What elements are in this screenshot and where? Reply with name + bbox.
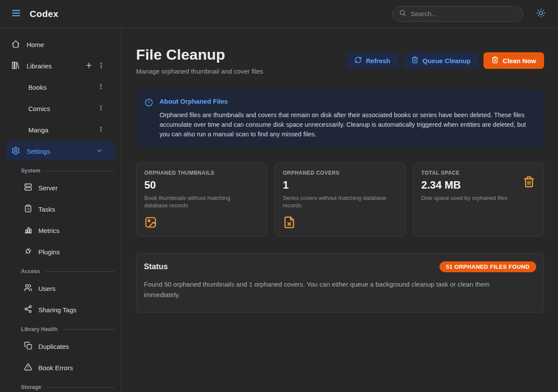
sidebar-item-server[interactable]: Server — [6, 178, 115, 197]
stat-value: 50 — [144, 179, 259, 191]
status-panel: Status 51 ORPHANED FILES FOUND Found 50 … — [136, 253, 544, 313]
queue-cleanup-button[interactable]: Queue Cleanup — [403, 52, 478, 69]
sidebar-item-label: Sharing Tags — [38, 306, 76, 314]
sidebar-section-system: System — [6, 168, 115, 174]
clean-now-button[interactable]: Clean Now — [483, 52, 544, 69]
theme-toggle-button[interactable] — [534, 7, 548, 20]
sidebar-item-label: Server — [38, 184, 58, 192]
bar-chart-icon — [24, 226, 32, 235]
search-box[interactable] — [392, 6, 523, 22]
app-window: Codex Home — [0, 0, 558, 392]
sidebar-item-plugins[interactable]: Plugins — [6, 242, 115, 261]
delete-orphaned-files-button[interactable] — [523, 176, 535, 189]
server-icon — [24, 183, 32, 193]
warning-triangle-icon — [24, 363, 32, 372]
page-title: File Cleanup — [136, 46, 263, 63]
trash-icon — [523, 176, 535, 189]
menu-toggle-button[interactable] — [9, 7, 24, 21]
share-icon — [24, 305, 32, 314]
about-text-block: About Orphaned Files Orphaned files are … — [160, 98, 535, 139]
about-orphaned-files-panel: About Orphaned Files Orphaned files are … — [136, 90, 544, 148]
sidebar-item-home[interactable]: Home — [6, 35, 115, 54]
sidebar-item-label: Metrics — [38, 227, 59, 234]
stat-value: 2.34 MB — [421, 179, 536, 191]
sidebar-item-label: Manga — [28, 126, 48, 134]
sidebar-item-settings[interactable]: Settings — [6, 142, 115, 161]
hamburger-icon — [11, 8, 21, 20]
status-header: Status 51 ORPHANED FILES FOUND — [144, 261, 536, 272]
page-header: File Cleanup Manage orphaned thumbnail a… — [136, 46, 544, 75]
sidebar-item-label: Books — [28, 84, 47, 91]
image-icon — [144, 216, 259, 230]
search-icon — [399, 9, 406, 18]
stat-label: TOTAL SPACE — [421, 170, 536, 176]
trash-icon — [491, 56, 499, 65]
header-actions: Refresh Queue Cleanup Clean Now — [347, 52, 544, 69]
sidebar-section-library-health: Library Health — [6, 326, 115, 332]
kebab-icon — [98, 105, 104, 112]
page-title-block: File Cleanup Manage orphaned thumbnail a… — [136, 46, 263, 75]
sidebar-item-label: Libraries — [27, 62, 52, 70]
sidebar-item-comics[interactable]: Comics — [6, 99, 115, 118]
sidebar-item-books[interactable]: Books — [6, 78, 115, 97]
sidebar-item-manga[interactable]: Manga — [6, 120, 115, 139]
trash-icon — [411, 56, 418, 65]
status-badge: 51 ORPHANED FILES FOUND — [439, 261, 536, 272]
topbar: Codex — [0, 0, 558, 28]
sidebar-item-label: Settings — [27, 148, 50, 155]
about-body: Orphaned files are thumbnails and covers… — [160, 110, 535, 139]
about-title: About Orphaned Files — [160, 98, 535, 105]
sidebar-item-label: Comics — [28, 105, 50, 112]
libraries-menu-button[interactable] — [99, 61, 109, 71]
clipboard-icon — [24, 204, 32, 214]
sidebar: Home Libraries — [0, 28, 121, 392]
sun-icon — [536, 8, 546, 19]
info-icon — [145, 98, 153, 139]
sidebar-item-users[interactable]: Users — [6, 279, 115, 298]
main-content: File Cleanup Manage orphaned thumbnail a… — [121, 28, 558, 392]
manga-menu-button[interactable] — [99, 125, 109, 135]
kebab-icon — [98, 126, 104, 134]
library-icon — [11, 61, 20, 71]
app-title: Codex — [30, 9, 58, 19]
stat-label: ORPHANED THUMBNAILS — [144, 170, 259, 176]
sidebar-item-sharing-tags[interactable]: Sharing Tags — [6, 300, 115, 319]
kebab-icon — [98, 83, 104, 91]
plus-icon — [85, 61, 93, 71]
stat-card-total-space: TOTAL SPACE 2.34 MB Disk space used by o… — [413, 162, 544, 237]
file-x-icon — [283, 216, 398, 230]
search-input[interactable] — [411, 10, 517, 17]
gear-icon — [11, 146, 20, 156]
books-menu-button[interactable] — [99, 82, 109, 92]
sidebar-item-tasks[interactable]: Tasks — [6, 199, 115, 219]
sidebar-section-access: Access — [6, 268, 115, 274]
home-icon — [11, 40, 20, 50]
sidebar-item-book-errors[interactable]: Book Errors — [6, 358, 115, 377]
sidebar-item-label: Home — [27, 41, 44, 48]
status-message: Found 50 orphaned thumbnails and 1 orpha… — [144, 279, 527, 300]
sidebar-item-label: Book Errors — [38, 364, 73, 372]
stat-card-orphaned-thumbnails: ORPHANED THUMBNAILS 50 Book thumbnails w… — [136, 162, 267, 237]
sidebar-item-metrics[interactable]: Metrics — [6, 221, 115, 240]
sidebar-item-duplicates[interactable]: Duplicates — [6, 337, 115, 356]
users-icon — [24, 284, 32, 293]
sidebar-item-label: Duplicates — [38, 343, 69, 350]
stat-value: 1 — [283, 179, 398, 191]
kebab-icon — [98, 62, 105, 70]
chevron-down-icon — [96, 147, 103, 155]
comics-menu-button[interactable] — [99, 103, 109, 114]
page-subtitle: Manage orphaned thumbnail and cover file… — [136, 68, 263, 75]
stat-label: ORPHANED COVERS — [283, 170, 398, 176]
sidebar-item-libraries[interactable]: Libraries — [6, 56, 115, 75]
sidebar-section-storage: Storage — [6, 384, 115, 390]
sidebar-item-label: Plugins — [38, 248, 60, 256]
copy-icon — [24, 341, 32, 351]
stat-description: Disk space used by orphaned files — [421, 194, 530, 202]
stat-card-orphaned-covers: ORPHANED COVERS 1 Series covers without … — [275, 162, 406, 237]
sidebar-item-label: Users — [38, 285, 55, 292]
topbar-right — [392, 6, 549, 22]
sidebar-item-label: Tasks — [38, 206, 55, 213]
stat-cards: ORPHANED THUMBNAILS 50 Book thumbnails w… — [136, 162, 544, 237]
refresh-button[interactable]: Refresh — [347, 52, 398, 69]
add-library-button[interactable] — [87, 61, 97, 71]
